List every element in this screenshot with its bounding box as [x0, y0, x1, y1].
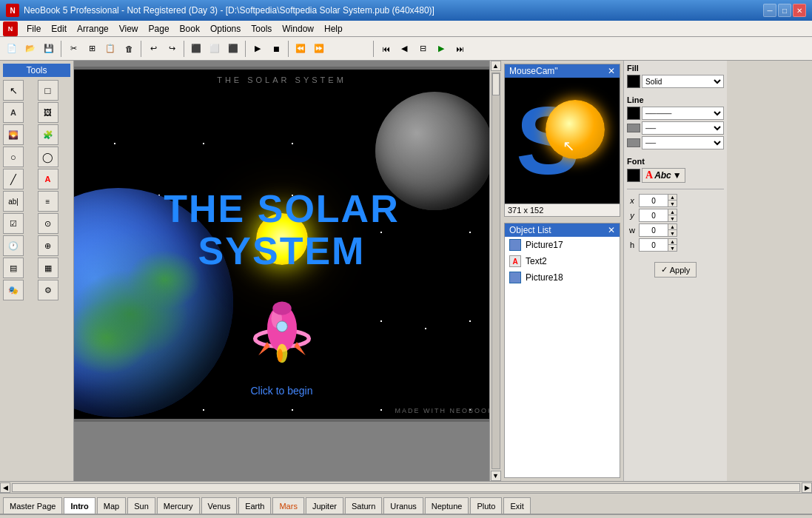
prev-page[interactable]: ◀ — [395, 40, 413, 58]
scroll-thumb[interactable] — [492, 73, 500, 95]
line-weight-select[interactable]: ── — [642, 121, 724, 135]
menu-page[interactable]: Page — [144, 22, 174, 36]
h-increment[interactable]: ▲ — [668, 239, 677, 245]
x-increment[interactable]: ▲ — [668, 195, 677, 201]
align-center[interactable]: ⬜ — [206, 40, 224, 58]
pages-button[interactable]: ⊟ — [414, 40, 432, 58]
rewind-button[interactable]: ⏮ — [377, 40, 395, 58]
puzzle-tool[interactable]: 🧩 — [38, 124, 58, 145]
clock-tool[interactable]: 🕐 — [3, 235, 24, 256]
tab-earth[interactable]: Earth — [238, 497, 271, 514]
tab-saturn[interactable]: Saturn — [345, 497, 382, 514]
open-button[interactable]: 📂 — [21, 40, 39, 58]
line-weight-swatch[interactable] — [627, 124, 640, 132]
hscroll-right-button[interactable]: ▶ — [802, 482, 812, 493]
play-button[interactable]: ▶ — [249, 40, 266, 58]
close-button[interactable]: ✕ — [793, 4, 806, 17]
line-end-select[interactable]: ── — [642, 136, 724, 149]
w-increment[interactable]: ▲ — [668, 224, 677, 230]
fill-type-select[interactable]: Solid — [642, 75, 724, 88]
line-style-select[interactable]: ───── — [642, 107, 724, 120]
menu-edit[interactable]: Edit — [47, 22, 71, 36]
plugin-tool[interactable]: ⚙ — [38, 280, 58, 300]
radio-tool[interactable]: ⊙ — [38, 213, 58, 234]
new-button[interactable]: 📄 — [3, 40, 21, 58]
tab-map[interactable]: Map — [97, 497, 126, 514]
apply-button[interactable]: ✓ Apply — [654, 262, 697, 278]
next-button[interactable]: ⏩ — [310, 40, 328, 58]
menu-arrange[interactable]: Arrange — [73, 22, 113, 36]
ellipse-tool[interactable]: ◯ — [38, 147, 58, 167]
menu-window[interactable]: Window — [278, 22, 318, 36]
vertical-scrollbar[interactable]: ▲ ▼ — [489, 61, 501, 481]
x-decrement[interactable]: ▼ — [668, 201, 677, 206]
check-tool[interactable]: ☑ — [3, 213, 24, 234]
publication-canvas[interactable]: THE SOLAR SYSTEM THE SOLAR SYSTEM — [74, 67, 489, 422]
hscroll-left-button[interactable]: ◀ — [0, 482, 10, 493]
tab-intro[interactable]: Intro — [64, 497, 95, 514]
y-decrement[interactable]: ▼ — [668, 215, 677, 221]
tab-sun[interactable]: Sun — [127, 497, 155, 514]
w-decrement[interactable]: ▼ — [668, 230, 677, 236]
paste-button[interactable]: 📋 — [101, 40, 119, 58]
select-tool[interactable]: ↖ — [3, 80, 24, 101]
align-right[interactable]: ⬛ — [224, 40, 242, 58]
tab-master-page[interactable]: Master Page — [3, 497, 62, 514]
bar-tool[interactable]: ▤ — [3, 258, 24, 278]
line-color-swatch[interactable] — [627, 107, 640, 120]
tab-jupiter[interactable]: Jupiter — [306, 497, 343, 514]
save-button[interactable]: 💾 — [40, 40, 58, 58]
fastfwd-button[interactable]: ⏭ — [451, 40, 469, 58]
tab-mars[interactable]: Mars — [272, 497, 303, 514]
hscroll-track[interactable] — [12, 483, 800, 492]
textlabel-tool[interactable]: A — [38, 169, 58, 189]
menu-tools[interactable]: Tools — [246, 22, 276, 36]
object-list-item-picture18[interactable]: Picture18 — [505, 269, 620, 286]
x-spinbox[interactable]: 0 ▲ ▼ — [639, 194, 677, 207]
font-color-swatch[interactable] — [627, 169, 640, 182]
minimize-button[interactable]: ─ — [763, 4, 776, 17]
image-tool[interactable]: 🖼 — [38, 102, 58, 123]
list-tool[interactable]: ≡ — [38, 191, 58, 212]
line-tool[interactable]: ╱ — [3, 169, 24, 189]
align-left[interactable]: ⬛ — [187, 40, 205, 58]
menu-view[interactable]: View — [115, 22, 143, 36]
horizontal-scrollbar[interactable]: ◀ ▶ — [0, 481, 812, 493]
stop-button[interactable]: ⏹ — [267, 40, 285, 58]
w-spinbox[interactable]: 0 ▲ ▼ — [639, 223, 677, 237]
object-list-close[interactable]: ✕ — [608, 225, 615, 235]
tab-venus[interactable]: Venus — [201, 497, 238, 514]
cut-button[interactable]: ✂ — [64, 40, 82, 58]
undo-button[interactable]: ↩ — [144, 40, 162, 58]
mousecam-close[interactable]: ✕ — [608, 66, 615, 76]
play2-button[interactable]: ▶ — [432, 40, 450, 58]
object-list-item-picture17[interactable]: Picture17 — [505, 237, 620, 253]
object-list-item-text2[interactable]: A Text2 — [505, 253, 620, 269]
y-increment[interactable]: ▲ — [668, 209, 677, 215]
menu-options[interactable]: Options — [206, 22, 245, 36]
image2-tool[interactable]: 🌄 — [3, 124, 24, 145]
fill-color-swatch[interactable] — [627, 75, 640, 88]
h-decrement[interactable]: ▼ — [668, 245, 677, 251]
preview-button[interactable]: ⏪ — [292, 40, 309, 58]
move-tool[interactable]: ⊕ — [38, 235, 58, 256]
menu-file[interactable]: File — [22, 22, 45, 36]
scroll-down-button[interactable]: ▼ — [491, 471, 501, 481]
text-tool[interactable]: A — [3, 102, 24, 123]
tab-uranus[interactable]: Uranus — [383, 497, 423, 514]
oval-tool[interactable]: ○ — [3, 147, 24, 167]
maximize-button[interactable]: □ — [778, 4, 791, 17]
redo-button[interactable]: ↪ — [163, 40, 181, 58]
input-tool[interactable]: ab| — [3, 191, 24, 212]
tab-neptune[interactable]: Neptune — [425, 497, 469, 514]
rect-tool[interactable]: □ — [38, 80, 58, 101]
menu-help[interactable]: Help — [320, 22, 347, 36]
h-spinbox[interactable]: 0 ▲ ▼ — [639, 238, 677, 252]
line-end-swatch[interactable] — [627, 138, 640, 147]
click-to-begin-text[interactable]: Click to begin — [74, 385, 489, 397]
scroll-track[interactable] — [491, 73, 500, 469]
tab-pluto[interactable]: Pluto — [470, 497, 502, 514]
sprite-tool[interactable]: 🎭 — [3, 280, 24, 300]
scroll-up-button[interactable]: ▲ — [491, 61, 501, 71]
font-dropdown-icon[interactable]: ▼ — [673, 170, 682, 181]
